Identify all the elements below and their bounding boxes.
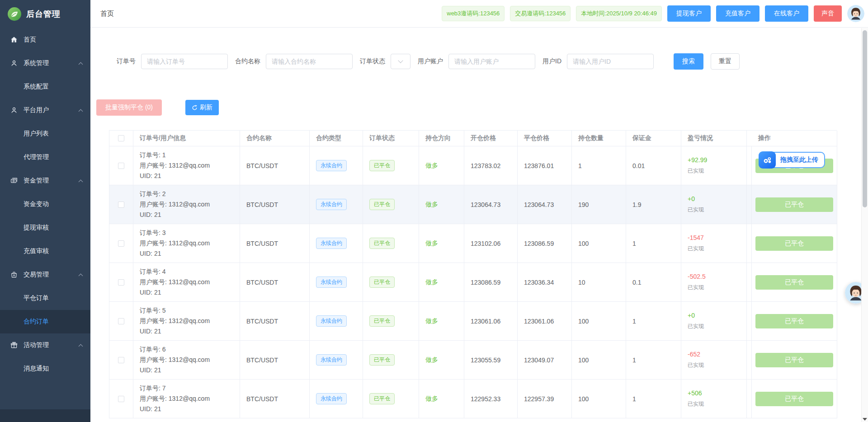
breadcrumb[interactable]: 首页 [100,9,114,18]
sidebar-group-platform-users[interactable]: 平台用户 [0,98,90,122]
app-title: 后台管理 [26,9,61,19]
action-cell: 已平仓 [752,380,837,418]
sidebar-item-system-config[interactable]: 系统配置 [0,75,90,98]
scroll-down-arrow-icon[interactable] [863,418,867,421]
row-checkbox[interactable] [118,240,124,247]
order-status-badge: 已平仓 [369,238,395,249]
order-status-label: 订单状态 [360,57,385,66]
sidebar-collapse-bar[interactable] [0,409,90,422]
closed-action-button[interactable]: 已平仓 [755,314,833,328]
sidebar-group-trading[interactable]: 交易管理 [0,263,90,286]
pnl-state: 已实现 [688,245,704,253]
col-header: 盈亏情况 [681,131,747,146]
select-all-checkbox[interactable] [118,135,124,141]
closed-action-button[interactable]: 已平仓 [755,275,833,290]
refresh-button[interactable]: 刷新 [185,100,219,115]
orders-table: 订单号/用户信息 合约名称 合约类型 订单状态 持仓方向 开仓价格 平仓价格 持… [109,130,837,418]
row-select-cell [109,185,133,224]
col-header: 持仓数量 [572,131,626,146]
gift-icon [10,341,18,349]
row-checkbox[interactable] [118,357,124,363]
contract-name: BTC/USDT [240,224,310,263]
row-checkbox[interactable] [118,202,124,208]
sidebar-item-withdraw-review[interactable]: 提现审核 [0,216,90,239]
sidebar-group-system[interactable]: 系统管理 [0,52,90,75]
user-avatar[interactable] [847,5,864,22]
search-button[interactable]: 搜索 [674,53,703,70]
user-account-input[interactable] [448,54,535,69]
sound-button[interactable]: 声音 [814,5,842,22]
closed-action-button[interactable]: 已平仓 [755,197,833,212]
online-customers-button[interactable]: 在线客户 [765,5,808,22]
filter-bar: 订单号 合约名称 订单状态 用户账户 用户ID [117,53,868,70]
table-row: 订单号: 4用户账号: 1312@qq.comUID: 21 BTC/USDT … [109,263,837,302]
user-account: 用户账号: 1312@qq.com [140,277,210,287]
filter-order-no: 订单号 [117,54,228,69]
table-row: 订单号: 5用户账号: 1312@qq.comUID: 21 BTC/USDT … [109,302,837,341]
order-status-select[interactable] [391,54,410,69]
sidebar-group-activity[interactable]: 活动管理 [0,333,90,357]
vertical-scrollbar[interactable] [861,28,868,422]
position-qty: 100 [572,224,626,263]
row-select-cell [109,146,133,185]
order-no: 订单号: 6 [140,344,166,355]
order-user-info: 订单号: 4用户账号: 1312@qq.comUID: 21 [133,263,240,302]
sidebar-item-agent-management[interactable]: 代理管理 [0,145,90,169]
user-account-label: 用户账户 [418,57,443,66]
user-account: 用户账号: 1312@qq.com [140,355,210,365]
open-price: 123086.59 [464,263,518,302]
user-uid: UID: 21 [140,171,161,181]
sidebar-item-fund-changes[interactable]: 资金变动 [0,192,90,216]
close-price: 123049.07 [518,341,572,380]
col-header: 操作 [752,131,837,146]
withdraw-customers-button[interactable]: 提现客户 [667,5,711,22]
row-checkbox[interactable] [118,318,124,324]
open-price: 123061.06 [464,302,518,341]
user-uid: UID: 21 [140,404,161,414]
contract-type-badge: 永续合约 [316,315,347,327]
col-header: 平仓价格 [518,131,572,146]
sidebar-item-user-list[interactable]: 用户列表 [0,122,90,145]
sidebar-item-close-orders[interactable]: 平仓订单 [0,286,90,310]
recharge-customers-button[interactable]: 充值客户 [716,5,760,22]
close-price: 123086.59 [518,224,572,263]
table-row: 订单号: 3用户账号: 1312@qq.comUID: 21 BTC/USDT … [109,224,837,263]
close-price: 123036.34 [518,263,572,302]
closed-action-button[interactable]: 已平仓 [755,392,833,406]
position-qty: 10 [572,263,626,302]
row-checkbox[interactable] [118,163,124,169]
user-id-label: 用户ID [542,57,561,66]
row-checkbox[interactable] [118,396,124,402]
order-no-input[interactable] [141,54,228,69]
sidebar-item-label: 代理管理 [24,153,49,161]
contract-type-badge: 永续合约 [316,277,347,288]
sidebar-item-recharge-review[interactable]: 充值审核 [0,239,90,263]
sidebar: 后台管理 首页 系统管理 系统配置 平台用户 用户列表 代理管理 资 [0,0,90,422]
col-header: 开仓价格 [464,131,518,146]
closed-action-button[interactable]: 已平仓 [755,353,833,367]
col-header: 订单状态 [363,131,419,146]
open-price: 123064.73 [464,185,518,224]
reset-button[interactable]: 重置 [711,53,740,70]
sidebar-item-contract-orders[interactable]: 合约订单 [0,310,90,333]
order-status-cell: 已平仓 [363,185,419,224]
batch-force-close-button[interactable]: 批量强制平仓 (0) [96,99,162,116]
row-checkbox[interactable] [118,279,124,286]
chevron-down-icon [398,58,403,63]
contract-name-label: 合约名称 [235,57,260,66]
scrollbar-thumb[interactable] [863,30,867,207]
position-qty: 190 [572,185,626,224]
filter-order-status: 订单状态 [360,54,410,69]
user-id-input[interactable] [567,54,654,69]
order-status-badge: 已平仓 [369,393,395,404]
table-row: 订单号: 2用户账号: 1312@qq.comUID: 21 BTC/USDT … [109,185,837,224]
contract-name-input[interactable] [266,54,353,69]
sidebar-item-message-notice[interactable]: 消息通知 [0,357,90,380]
margin: 1 [626,224,681,263]
sidebar-group-funds[interactable]: 资金管理 [0,169,90,192]
col-header: 保证金 [626,131,681,146]
bag-arrow-icon [10,271,18,279]
sidebar-item-home[interactable]: 首页 [0,28,90,52]
closed-action-button[interactable]: 已平仓 [755,236,833,251]
sidebar-item-label: 充值审核 [24,247,49,255]
